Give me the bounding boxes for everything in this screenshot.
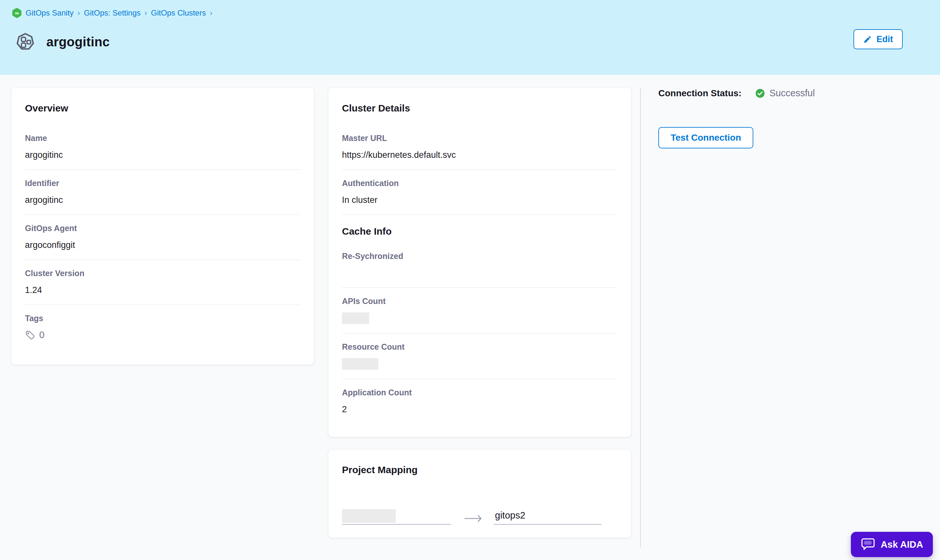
connection-status-label: Connection Status:	[658, 88, 742, 98]
project-mapping-row: gitops2	[342, 509, 617, 525]
field-value: 2	[342, 404, 617, 415]
field-label: GitOps Agent	[25, 223, 300, 233]
tags-count: 0	[25, 329, 300, 340]
gitops-logo-icon: ∞	[12, 8, 22, 18]
cluster-details-title: Cluster Details	[342, 103, 617, 114]
field-label: Resource Count	[342, 342, 617, 352]
field-value: argogitinc	[25, 149, 300, 160]
field-label: Name	[25, 133, 300, 143]
field-value: 1.24	[25, 285, 300, 295]
overview-card-title: Overview	[25, 103, 300, 114]
resource-count-skeleton	[342, 358, 378, 370]
check-circle-icon	[755, 88, 765, 98]
main-columns: Overview Name argogitinc Identifier argo…	[0, 75, 640, 560]
content-area: Overview Name argogitinc Identifier argo…	[0, 75, 940, 560]
edit-button[interactable]: Edit	[854, 29, 903, 49]
connection-status-row: Connection Status: Successful	[658, 88, 940, 98]
field-label: Master URL	[342, 133, 617, 143]
apis-count-skeleton	[342, 312, 369, 324]
cache-info-title: Cache Info	[342, 226, 617, 237]
ask-aida-button[interactable]: Ask AIDA	[851, 532, 933, 557]
field-label: Tags	[25, 313, 300, 323]
field-label: Cluster Version	[25, 268, 300, 278]
tags-count-value: 0	[39, 329, 45, 340]
middle-column: Cluster Details Master URL https://kuber…	[328, 88, 631, 538]
field-identifier: Identifier argogitinc	[25, 170, 300, 215]
field-value: In cluster	[342, 194, 617, 205]
chat-bubble-icon	[861, 538, 875, 551]
ask-aida-label: Ask AIDA	[881, 539, 923, 550]
field-label: Identifier	[25, 178, 300, 188]
field-resynchronized: Re-Sychronized	[342, 237, 617, 288]
field-authentication: Authentication In cluster	[342, 170, 617, 215]
svg-text:∞: ∞	[15, 10, 19, 16]
field-value-empty	[342, 268, 617, 278]
field-label: Re-Sychronized	[342, 251, 617, 261]
field-apis-count: APIs Count	[342, 288, 617, 334]
field-label: APIs Count	[342, 296, 617, 306]
title-row: argogitinc	[12, 32, 940, 51]
field-label: Authentication	[342, 178, 617, 188]
gitops-cluster-detail-page: ∞ GitOps Sanity › GitOps: Settings › Git…	[0, 0, 940, 560]
breadcrumb-item-gitops-sanity[interactable]: GitOps Sanity	[26, 8, 74, 17]
field-cluster-version: Cluster Version 1.24	[25, 260, 300, 305]
field-resource-count: Resource Count	[342, 334, 617, 379]
cluster-heptagon-icon	[16, 32, 35, 51]
field-label: Application Count	[342, 388, 617, 397]
breadcrumb-separator: ›	[145, 8, 147, 17]
overview-card: Overview Name argogitinc Identifier argo…	[11, 88, 314, 365]
pencil-icon	[863, 35, 872, 44]
project-mapping-card: Project Mapping gitops2	[328, 449, 631, 538]
mapping-source-field	[342, 509, 451, 525]
field-value: https://kubernetes.default.svc	[342, 149, 617, 160]
mapping-target-field: gitops2	[494, 510, 601, 525]
breadcrumb: ∞ GitOps Sanity › GitOps: Settings › Git…	[12, 8, 940, 18]
field-name: Name argogitinc	[25, 125, 300, 170]
breadcrumb-item-gitops-settings[interactable]: GitOps: Settings	[84, 8, 141, 17]
cluster-details-card: Cluster Details Master URL https://kuber…	[328, 88, 631, 437]
connection-panel: Connection Status: Successful Test Conne…	[641, 75, 940, 560]
breadcrumb-separator: ›	[77, 8, 80, 17]
test-connection-button[interactable]: Test Connection	[658, 127, 753, 148]
breadcrumb-separator: ›	[210, 8, 212, 17]
connection-status-value: Successful	[769, 88, 815, 98]
page-header-banner: ∞ GitOps Sanity › GitOps: Settings › Git…	[0, 0, 940, 75]
edit-button-label: Edit	[877, 34, 893, 45]
field-value: argoconfiggit	[25, 240, 300, 251]
breadcrumb-item-gitops-clusters[interactable]: GitOps Clusters	[151, 8, 206, 17]
field-value: argogitinc	[25, 194, 300, 205]
field-gitops-agent: GitOps Agent argoconfiggit	[25, 215, 300, 260]
page-title: argogitinc	[46, 35, 109, 49]
project-mapping-title: Project Mapping	[342, 465, 617, 475]
tag-icon	[25, 330, 35, 340]
field-tags: Tags 0	[25, 305, 300, 349]
mapping-source-skeleton	[342, 509, 396, 523]
field-master-url: Master URL https://kubernetes.default.sv…	[342, 125, 617, 170]
field-application-count: Application Count 2	[342, 379, 617, 424]
arrow-right-icon	[464, 514, 483, 523]
